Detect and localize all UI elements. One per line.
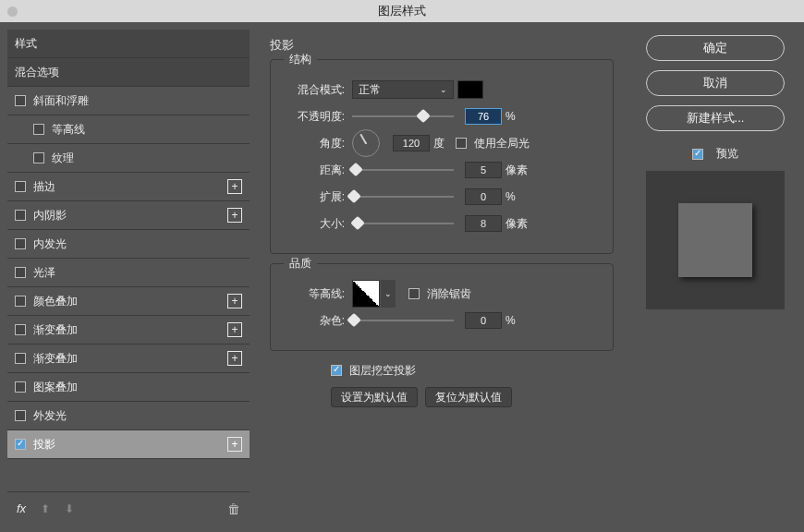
size-label: 大小: xyxy=(284,216,345,232)
effect-row-11[interactable]: 外发光 xyxy=(7,402,250,430)
effect-row-5[interactable]: 内发光 xyxy=(7,230,250,259)
distance-slider[interactable] xyxy=(352,163,454,176)
effect-checkbox[interactable] xyxy=(15,95,26,106)
contour-dropdown[interactable]: ⌄ xyxy=(381,280,396,308)
antialias-checkbox[interactable] xyxy=(408,288,420,299)
quality-label: 品质 xyxy=(284,256,317,272)
window-titlebar: 图层样式 xyxy=(0,0,804,22)
add-instance-button[interactable]: + xyxy=(227,294,242,308)
noise-slider[interactable] xyxy=(352,314,454,327)
effect-label: 渐变叠加 xyxy=(33,322,227,338)
blending-options[interactable]: 混合选项 xyxy=(7,58,250,87)
effect-checkbox[interactable] xyxy=(15,410,26,421)
effect-label: 光泽 xyxy=(33,265,242,281)
add-instance-button[interactable]: + xyxy=(227,437,242,452)
shadow-color-swatch[interactable] xyxy=(457,80,483,99)
window-close-dot[interactable] xyxy=(7,6,18,17)
effect-label: 投影 xyxy=(33,437,227,453)
effect-label: 图案叠加 xyxy=(33,380,242,395)
contour-picker[interactable] xyxy=(352,280,380,308)
panel-title: 投影 xyxy=(270,37,614,54)
window-title: 图层样式 xyxy=(378,4,426,18)
effect-checkbox[interactable] xyxy=(15,210,26,221)
effect-label: 渐变叠加 xyxy=(33,351,227,367)
reset-default-button[interactable]: 复位为默认值 xyxy=(425,387,512,407)
structure-label: 结构 xyxy=(284,52,317,67)
global-light-label: 使用全局光 xyxy=(474,136,530,151)
effect-checkbox[interactable] xyxy=(33,124,44,135)
knockout-checkbox[interactable] xyxy=(331,365,342,376)
sidebar-footer: fx ⬆ ⬇ 🗑 xyxy=(7,491,250,525)
add-instance-button[interactable]: + xyxy=(227,351,242,366)
effect-row-1[interactable]: 等高线 xyxy=(7,115,250,144)
effect-row-12[interactable]: 投影+ xyxy=(7,430,250,459)
angle-label: 角度: xyxy=(284,136,345,151)
angle-input[interactable]: 120 xyxy=(393,135,430,151)
effect-label: 内发光 xyxy=(33,236,242,252)
effect-label: 纹理 xyxy=(52,151,242,166)
effect-label: 外发光 xyxy=(33,408,242,424)
new-style-button[interactable]: 新建样式... xyxy=(646,105,785,131)
size-input[interactable]: 8 xyxy=(465,215,502,232)
effect-row-4[interactable]: 内阴影+ xyxy=(7,201,250,230)
distance-input[interactable]: 5 xyxy=(465,162,502,178)
blend-mode-select[interactable]: 正常 ⌄ xyxy=(352,80,454,99)
noise-input[interactable]: 0 xyxy=(465,312,502,329)
effect-row-2[interactable]: 纹理 xyxy=(7,144,250,173)
preview-box xyxy=(646,171,785,309)
move-up-icon[interactable]: ⬆ xyxy=(41,502,50,515)
cancel-button[interactable]: 取消 xyxy=(646,70,785,96)
opacity-label: 不透明度: xyxy=(284,109,345,125)
effect-checkbox[interactable] xyxy=(15,267,26,278)
opacity-slider[interactable] xyxy=(352,110,454,123)
effect-row-6[interactable]: 光泽 xyxy=(7,259,250,287)
blend-mode-label: 混合模式: xyxy=(284,82,345,98)
noise-label: 杂色: xyxy=(284,313,345,329)
set-default-button[interactable]: 设置为默认值 xyxy=(331,387,418,407)
effect-row-7[interactable]: 颜色叠加+ xyxy=(7,287,250,316)
preview-label: 预览 xyxy=(716,146,738,162)
effect-checkbox[interactable] xyxy=(15,439,26,450)
add-instance-button[interactable]: + xyxy=(227,208,242,223)
styles-header[interactable]: 样式 xyxy=(7,30,250,58)
effect-row-8[interactable]: 渐变叠加+ xyxy=(7,316,250,345)
effect-row-0[interactable]: 斜面和浮雕 xyxy=(7,87,250,115)
effect-checkbox[interactable] xyxy=(33,152,44,163)
effect-checkbox[interactable] xyxy=(15,181,26,192)
effect-row-3[interactable]: 描边+ xyxy=(7,173,250,201)
antialias-label: 消除锯齿 xyxy=(427,286,471,302)
effects-sidebar: 样式 混合选项 斜面和浮雕等高线纹理描边+内阴影+内发光光泽颜色叠加+渐变叠加+… xyxy=(7,30,250,525)
fx-menu[interactable]: fx xyxy=(17,502,26,515)
effect-checkbox[interactable] xyxy=(15,238,26,249)
preview-swatch xyxy=(678,203,752,277)
size-slider[interactable] xyxy=(352,217,454,230)
right-panel: 确定 取消 新建样式... 预览 xyxy=(634,30,797,525)
effect-row-9[interactable]: 渐变叠加+ xyxy=(7,345,250,373)
effect-checkbox[interactable] xyxy=(15,296,26,307)
ok-button[interactable]: 确定 xyxy=(646,35,785,61)
effect-checkbox[interactable] xyxy=(15,381,26,393)
chevron-down-icon: ⌄ xyxy=(384,289,392,298)
add-instance-button[interactable]: + xyxy=(227,179,242,194)
effect-label: 斜面和浮雕 xyxy=(33,93,242,109)
move-down-icon[interactable]: ⬇ xyxy=(65,502,74,515)
trash-icon[interactable]: 🗑 xyxy=(227,502,240,516)
effect-checkbox[interactable] xyxy=(15,324,26,335)
effect-label: 内阴影 xyxy=(33,208,227,224)
contour-label: 等高线: xyxy=(284,286,345,302)
global-light-checkbox[interactable] xyxy=(456,138,467,149)
structure-group: 结构 混合模式: 正常 ⌄ 不透明度: 76 % 角度: xyxy=(270,59,614,254)
angle-dial[interactable] xyxy=(352,129,380,157)
effect-label: 等高线 xyxy=(52,122,242,138)
effect-label: 颜色叠加 xyxy=(33,294,227,309)
effect-checkbox[interactable] xyxy=(15,353,26,364)
preview-checkbox[interactable] xyxy=(692,149,703,160)
chevron-down-icon: ⌄ xyxy=(440,85,447,94)
distance-label: 距离: xyxy=(284,163,345,178)
spread-input[interactable]: 0 xyxy=(465,188,502,205)
add-instance-button[interactable]: + xyxy=(227,322,242,337)
spread-label: 扩展: xyxy=(284,189,345,205)
effect-row-10[interactable]: 图案叠加 xyxy=(7,373,250,402)
spread-slider[interactable] xyxy=(352,190,454,203)
opacity-input[interactable]: 76 xyxy=(465,108,502,125)
